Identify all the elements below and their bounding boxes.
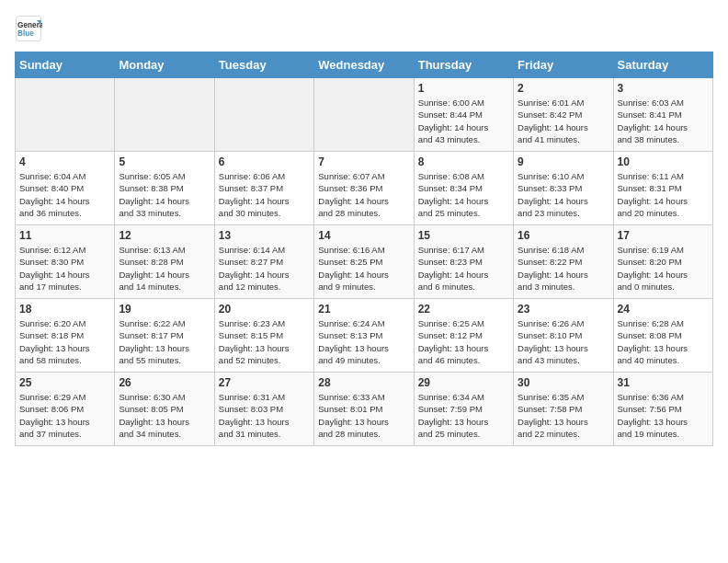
calendar-cell: 31Sunrise: 6:36 AMSunset: 7:56 PMDayligh… xyxy=(613,373,712,446)
calendar-cell xyxy=(115,78,214,152)
day-info: Sunrise: 6:19 AMSunset: 8:20 PMDaylight:… xyxy=(618,244,709,293)
day-info: Sunrise: 6:29 AMSunset: 8:06 PMDaylight:… xyxy=(19,391,110,440)
calendar-cell: 23Sunrise: 6:26 AMSunset: 8:10 PMDayligh… xyxy=(514,299,613,373)
calendar-cell: 22Sunrise: 6:25 AMSunset: 8:12 PMDayligh… xyxy=(414,299,513,373)
calendar-cell: 11Sunrise: 6:12 AMSunset: 8:30 PMDayligh… xyxy=(16,225,115,299)
calendar-cell: 9Sunrise: 6:10 AMSunset: 8:33 PMDaylight… xyxy=(514,152,613,225)
day-number: 24 xyxy=(618,303,709,316)
day-number: 27 xyxy=(219,376,310,389)
day-number: 30 xyxy=(518,376,609,389)
day-number: 31 xyxy=(618,376,709,389)
day-number: 25 xyxy=(19,376,110,389)
calendar-week-row: 1Sunrise: 6:00 AMSunset: 8:44 PMDaylight… xyxy=(16,78,713,152)
day-number: 21 xyxy=(318,303,409,316)
day-number: 2 xyxy=(518,82,609,95)
day-header-monday: Monday xyxy=(115,52,214,78)
day-number: 19 xyxy=(119,303,210,316)
day-info: Sunrise: 6:34 AMSunset: 7:59 PMDaylight:… xyxy=(418,391,509,440)
calendar-cell: 29Sunrise: 6:34 AMSunset: 7:59 PMDayligh… xyxy=(414,373,513,446)
day-header-thursday: Thursday xyxy=(414,52,513,78)
day-header-sunday: Sunday xyxy=(16,52,115,78)
day-number: 10 xyxy=(618,155,709,168)
calendar-cell: 15Sunrise: 6:17 AMSunset: 8:23 PMDayligh… xyxy=(414,225,513,299)
calendar-cell: 16Sunrise: 6:18 AMSunset: 8:22 PMDayligh… xyxy=(514,225,613,299)
day-info: Sunrise: 6:04 AMSunset: 8:40 PMDaylight:… xyxy=(19,170,110,219)
day-number: 6 xyxy=(219,155,310,168)
day-info: Sunrise: 6:14 AMSunset: 8:27 PMDaylight:… xyxy=(219,244,310,293)
day-number: 22 xyxy=(418,303,509,316)
calendar-cell: 14Sunrise: 6:16 AMSunset: 8:25 PMDayligh… xyxy=(314,225,414,299)
calendar-cell: 25Sunrise: 6:29 AMSunset: 8:06 PMDayligh… xyxy=(16,373,115,446)
calendar-cell: 21Sunrise: 6:24 AMSunset: 8:13 PMDayligh… xyxy=(314,299,414,373)
day-number: 23 xyxy=(518,303,609,316)
calendar-cell: 2Sunrise: 6:01 AMSunset: 8:42 PMDaylight… xyxy=(514,78,613,152)
day-info: Sunrise: 6:00 AMSunset: 8:44 PMDaylight:… xyxy=(418,97,509,145)
day-number: 26 xyxy=(119,376,210,389)
calendar-cell: 19Sunrise: 6:22 AMSunset: 8:17 PMDayligh… xyxy=(115,299,214,373)
calendar-cell: 26Sunrise: 6:30 AMSunset: 8:05 PMDayligh… xyxy=(115,373,214,446)
day-header-tuesday: Tuesday xyxy=(214,52,313,78)
logo-icon: General Blue xyxy=(15,15,42,42)
day-info: Sunrise: 6:24 AMSunset: 8:13 PMDaylight:… xyxy=(318,317,409,366)
day-info: Sunrise: 6:01 AMSunset: 8:42 PMDaylight:… xyxy=(518,97,609,145)
day-number: 9 xyxy=(518,155,609,168)
calendar-cell xyxy=(314,78,414,152)
day-number: 13 xyxy=(219,229,310,242)
day-number: 18 xyxy=(19,303,110,316)
day-info: Sunrise: 6:20 AMSunset: 8:18 PMDaylight:… xyxy=(19,317,110,366)
day-header-wednesday: Wednesday xyxy=(314,52,414,78)
calendar-header-row: SundayMondayTuesdayWednesdayThursdayFrid… xyxy=(16,52,713,78)
day-number: 20 xyxy=(219,303,310,316)
day-info: Sunrise: 6:08 AMSunset: 8:34 PMDaylight:… xyxy=(418,170,509,219)
calendar-cell: 8Sunrise: 6:08 AMSunset: 8:34 PMDaylight… xyxy=(414,152,513,225)
day-info: Sunrise: 6:22 AMSunset: 8:17 PMDaylight:… xyxy=(119,317,210,366)
calendar-week-row: 11Sunrise: 6:12 AMSunset: 8:30 PMDayligh… xyxy=(16,225,713,299)
page-header: General Blue xyxy=(15,15,713,42)
day-info: Sunrise: 6:11 AMSunset: 8:31 PMDaylight:… xyxy=(618,170,709,219)
calendar-cell xyxy=(16,78,115,152)
day-info: Sunrise: 6:35 AMSunset: 7:58 PMDaylight:… xyxy=(518,391,609,440)
day-info: Sunrise: 6:23 AMSunset: 8:15 PMDaylight:… xyxy=(219,317,310,366)
day-number: 16 xyxy=(518,229,609,242)
day-info: Sunrise: 6:03 AMSunset: 8:41 PMDaylight:… xyxy=(618,97,709,145)
day-number: 1 xyxy=(418,82,509,95)
day-number: 11 xyxy=(19,229,110,242)
day-number: 5 xyxy=(119,155,210,168)
day-number: 28 xyxy=(318,376,409,389)
calendar-week-row: 25Sunrise: 6:29 AMSunset: 8:06 PMDayligh… xyxy=(16,373,713,446)
day-info: Sunrise: 6:10 AMSunset: 8:33 PMDaylight:… xyxy=(518,170,609,219)
calendar-cell xyxy=(214,78,313,152)
day-info: Sunrise: 6:26 AMSunset: 8:10 PMDaylight:… xyxy=(518,317,609,366)
day-info: Sunrise: 6:18 AMSunset: 8:22 PMDaylight:… xyxy=(518,244,609,293)
day-number: 3 xyxy=(618,82,709,95)
day-number: 15 xyxy=(418,229,509,242)
day-info: Sunrise: 6:31 AMSunset: 8:03 PMDaylight:… xyxy=(219,391,310,440)
calendar-cell: 1Sunrise: 6:00 AMSunset: 8:44 PMDaylight… xyxy=(414,78,513,152)
day-number: 7 xyxy=(318,155,409,168)
day-info: Sunrise: 6:17 AMSunset: 8:23 PMDaylight:… xyxy=(418,244,509,293)
calendar-week-row: 18Sunrise: 6:20 AMSunset: 8:18 PMDayligh… xyxy=(16,299,713,373)
day-header-friday: Friday xyxy=(514,52,613,78)
calendar-cell: 13Sunrise: 6:14 AMSunset: 8:27 PMDayligh… xyxy=(214,225,313,299)
calendar-cell: 6Sunrise: 6:06 AMSunset: 8:37 PMDaylight… xyxy=(214,152,313,225)
calendar-cell: 3Sunrise: 6:03 AMSunset: 8:41 PMDaylight… xyxy=(613,78,712,152)
day-number: 8 xyxy=(418,155,509,168)
calendar-cell: 12Sunrise: 6:13 AMSunset: 8:28 PMDayligh… xyxy=(115,225,214,299)
day-info: Sunrise: 6:30 AMSunset: 8:05 PMDaylight:… xyxy=(119,391,210,440)
day-number: 4 xyxy=(19,155,110,168)
calendar-cell: 30Sunrise: 6:35 AMSunset: 7:58 PMDayligh… xyxy=(514,373,613,446)
day-number: 14 xyxy=(318,229,409,242)
day-info: Sunrise: 6:36 AMSunset: 7:56 PMDaylight:… xyxy=(618,391,709,440)
calendar-cell: 4Sunrise: 6:04 AMSunset: 8:40 PMDaylight… xyxy=(16,152,115,225)
calendar-cell: 7Sunrise: 6:07 AMSunset: 8:36 PMDaylight… xyxy=(314,152,414,225)
calendar-cell: 20Sunrise: 6:23 AMSunset: 8:15 PMDayligh… xyxy=(214,299,313,373)
day-header-saturday: Saturday xyxy=(613,52,712,78)
calendar-week-row: 4Sunrise: 6:04 AMSunset: 8:40 PMDaylight… xyxy=(16,152,713,225)
calendar-cell: 17Sunrise: 6:19 AMSunset: 8:20 PMDayligh… xyxy=(613,225,712,299)
calendar-cell: 24Sunrise: 6:28 AMSunset: 8:08 PMDayligh… xyxy=(613,299,712,373)
svg-text:Blue: Blue xyxy=(17,29,34,38)
calendar-cell: 27Sunrise: 6:31 AMSunset: 8:03 PMDayligh… xyxy=(214,373,313,446)
day-info: Sunrise: 6:07 AMSunset: 8:36 PMDaylight:… xyxy=(318,170,409,219)
day-info: Sunrise: 6:25 AMSunset: 8:12 PMDaylight:… xyxy=(418,317,509,366)
day-number: 12 xyxy=(119,229,210,242)
